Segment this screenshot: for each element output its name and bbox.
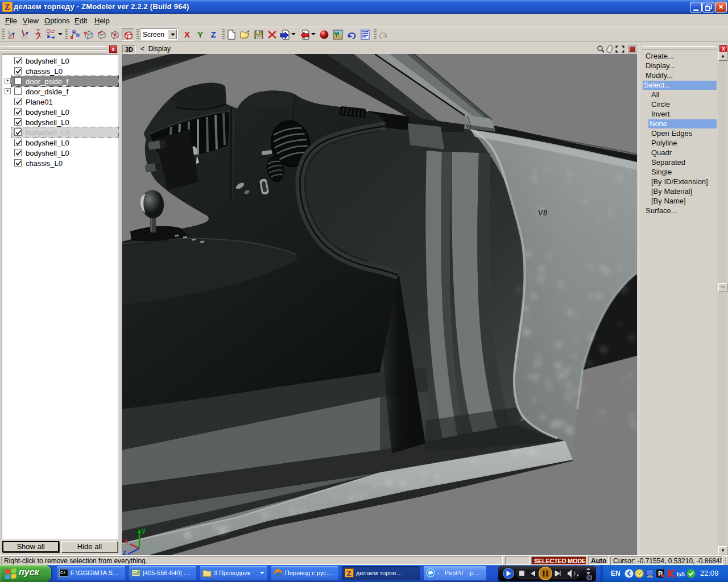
- svg-text:z: z: [123, 548, 126, 555]
- svg-text:Z: Z: [347, 569, 352, 577]
- svg-text:V8: V8: [537, 208, 548, 217]
- svg-text:y: y: [142, 526, 146, 534]
- svg-text:x: x: [125, 537, 129, 545]
- svg-text:C:\: C:\: [60, 571, 65, 575]
- svg-text:Z: Z: [5, 3, 10, 11]
- svg-text:Ь5: Ь5: [677, 571, 685, 577]
